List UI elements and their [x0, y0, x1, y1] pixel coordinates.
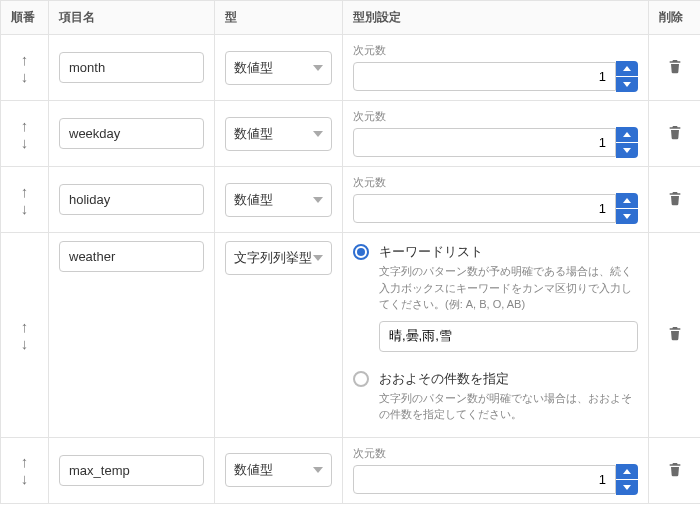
field-name-input[interactable]	[59, 455, 204, 486]
delete-button[interactable]	[667, 57, 683, 75]
table-row: ↑ ↓ 数値型 次元数	[1, 35, 701, 101]
chevron-down-icon	[313, 255, 323, 261]
dim-step-up[interactable]	[616, 464, 638, 479]
dim-step-up[interactable]	[616, 61, 638, 76]
field-type-select[interactable]: 数値型	[225, 453, 332, 487]
move-up-icon[interactable]: ↑	[21, 319, 29, 334]
chevron-down-icon	[313, 197, 323, 203]
move-down-icon[interactable]: ↓	[21, 336, 29, 351]
enum-option-count-radio[interactable]	[353, 371, 369, 387]
move-up-icon[interactable]: ↑	[21, 454, 29, 469]
dim-step-down[interactable]	[616, 77, 638, 92]
delete-button[interactable]	[667, 123, 683, 141]
table-row: ↑↓ 数値型 次元数	[1, 437, 701, 503]
dim-input[interactable]	[353, 465, 616, 494]
header-order: 順番	[1, 1, 49, 35]
field-type-value: 数値型	[234, 191, 273, 209]
caret-down-icon	[623, 485, 631, 490]
caret-up-icon	[623, 469, 631, 474]
chevron-down-icon	[313, 467, 323, 473]
table-row: ↑↓ 数値型 次元数	[1, 101, 701, 167]
field-name-input[interactable]	[59, 52, 204, 83]
delete-button[interactable]	[667, 324, 683, 342]
move-down-icon[interactable]: ↓	[21, 471, 29, 486]
enum-keywords-input[interactable]	[379, 321, 638, 352]
move-up-icon[interactable]: ↑	[21, 118, 29, 133]
dim-step-up[interactable]	[616, 193, 638, 208]
field-name-input[interactable]	[59, 184, 204, 215]
table-row: ↑↓ 文字列列挙型 キーワードリスト 文字列のパターン数が予め明確である場合は、…	[1, 233, 701, 438]
trash-icon	[667, 460, 683, 478]
trash-icon	[667, 189, 683, 207]
enum-option-count-desc: 文字列のパターン数が明確でない場合は、おおよその件数を指定してください。	[379, 390, 638, 423]
dim-step-down[interactable]	[616, 209, 638, 224]
field-type-value: 数値型	[234, 461, 273, 479]
enum-option-keywords-title: キーワードリスト	[379, 243, 638, 261]
delete-button[interactable]	[667, 460, 683, 478]
field-type-value: 文字列列挙型	[234, 249, 312, 267]
move-down-icon[interactable]: ↓	[21, 69, 29, 84]
field-type-select[interactable]: 数値型	[225, 117, 332, 151]
header-name: 項目名	[49, 1, 215, 35]
dim-input[interactable]	[353, 62, 616, 91]
field-type-value: 数値型	[234, 125, 273, 143]
caret-down-icon	[623, 148, 631, 153]
dim-input[interactable]	[353, 128, 616, 157]
field-name-input[interactable]	[59, 118, 204, 149]
move-down-icon[interactable]: ↓	[21, 135, 29, 150]
dim-step-down[interactable]	[616, 480, 638, 495]
chevron-down-icon	[313, 65, 323, 71]
dim-label: 次元数	[353, 109, 638, 124]
chevron-down-icon	[313, 131, 323, 137]
trash-icon	[667, 57, 683, 75]
delete-button[interactable]	[667, 189, 683, 207]
table-row: ↑↓ 数値型 次元数	[1, 167, 701, 233]
caret-up-icon	[623, 66, 631, 71]
dim-label: 次元数	[353, 43, 638, 58]
caret-down-icon	[623, 82, 631, 87]
header-type: 型	[215, 1, 343, 35]
field-name-input[interactable]	[59, 241, 204, 272]
dim-step-up[interactable]	[616, 127, 638, 142]
field-type-select[interactable]: 数値型	[225, 183, 332, 217]
dim-label: 次元数	[353, 446, 638, 461]
enum-option-keywords-desc: 文字列のパターン数が予め明確である場合は、続く入力ボックスにキーワードをカンマ区…	[379, 263, 638, 313]
trash-icon	[667, 123, 683, 141]
dim-step-down[interactable]	[616, 143, 638, 158]
dim-label: 次元数	[353, 175, 638, 190]
enum-option-keywords-radio[interactable]	[353, 244, 369, 260]
header-config: 型別設定	[343, 1, 649, 35]
field-type-select[interactable]: 文字列列挙型	[225, 241, 332, 275]
enum-option-count-title: おおよその件数を指定	[379, 370, 638, 388]
caret-up-icon	[623, 132, 631, 137]
field-type-value: 数値型	[234, 59, 273, 77]
caret-down-icon	[623, 214, 631, 219]
field-type-select[interactable]: 数値型	[225, 51, 332, 85]
header-delete: 削除	[649, 1, 701, 35]
move-down-icon[interactable]: ↓	[21, 201, 29, 216]
caret-up-icon	[623, 198, 631, 203]
move-up-icon[interactable]: ↑	[21, 52, 29, 67]
move-up-icon[interactable]: ↑	[21, 184, 29, 199]
fields-table: 順番 項目名 型 型別設定 削除 ↑ ↓ 数値型 次元	[0, 0, 700, 504]
trash-icon	[667, 324, 683, 342]
dim-input[interactable]	[353, 194, 616, 223]
